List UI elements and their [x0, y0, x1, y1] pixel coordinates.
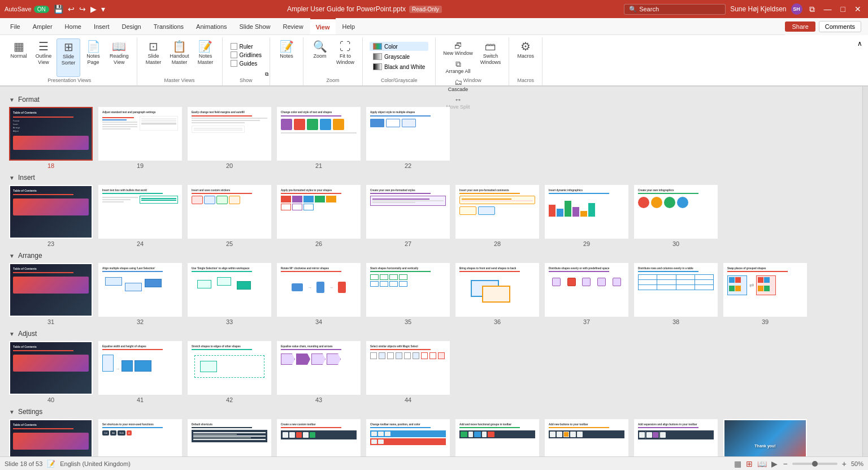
section-adjust-toggle[interactable]: ▼	[9, 331, 15, 337]
slide-thumb-52: Add separators and align buttons in your…	[634, 419, 718, 456]
tab-help[interactable]: Help	[337, 18, 361, 35]
notes-page-button[interactable]: 📄 NotesPage	[81, 38, 105, 77]
close-button[interactable]: ✕	[852, 5, 863, 14]
normal-view-status-icon[interactable]: ▦	[733, 459, 743, 468]
user-avatar[interactable]: SH	[791, 3, 802, 15]
notes-button[interactable]: 📝 Notes	[275, 38, 298, 77]
slide-item-48[interactable]: Create a new custom toolbar 48	[277, 419, 361, 456]
undo-icon[interactable]: ↩	[68, 5, 75, 14]
slide-sorter-status-icon[interactable]: ⊞	[745, 459, 754, 468]
slide-item-30[interactable]: Create your own infographics 30	[634, 185, 718, 247]
tab-file[interactable]: File	[5, 18, 26, 35]
collapse-ribbon-button[interactable]: ∧	[854, 37, 866, 50]
fit-to-window-button[interactable]: ⛶ Fit toWindow	[333, 38, 358, 77]
share-button[interactable]: Share	[785, 21, 815, 32]
color-button[interactable]: Color	[370, 42, 428, 51]
slide-thumb-38: Distribute rows and columns evenly in a …	[634, 263, 718, 317]
arrange-all-button[interactable]: ⧉ Arrange All	[440, 59, 476, 76]
slide-sorter-button[interactable]: ⊞ SlideSorter	[57, 38, 80, 77]
slide-master-button[interactable]: ⊡ SlideMaster	[142, 38, 166, 77]
slide-item-19[interactable]: Adjust standard text and paragraph setti…	[98, 107, 182, 169]
slide-item-51[interactable]: Add new buttons to your toolbar 51	[545, 419, 628, 456]
normal-view-button[interactable]: ▦ Normal	[7, 38, 31, 77]
slideshow-status-icon[interactable]: ▶	[770, 459, 779, 468]
slide-item-29[interactable]: Insert dynamic infographics 29	[545, 185, 628, 247]
autosave-toggle[interactable]: ON	[34, 6, 49, 13]
tab-view[interactable]: View	[310, 18, 336, 35]
grayscale-button[interactable]: Grayscale	[370, 52, 428, 61]
minimize-button[interactable]: —	[822, 5, 834, 14]
tab-transitions[interactable]: Transitions	[148, 18, 189, 35]
guides-checkbox[interactable]: Guides	[231, 60, 262, 67]
slide-item-39[interactable]: Swap places of grouped shapes ⇄	[723, 263, 807, 325]
ruler-checkbox[interactable]: Ruler	[231, 43, 262, 50]
reading-view-button[interactable]: 📖 ReadingView	[106, 38, 132, 77]
scroll-bar[interactable]	[862, 87, 868, 456]
slide-item-52[interactable]: Add separators and align buttons in your…	[634, 419, 718, 456]
slide-item-22[interactable]: Apply object style to multiple shapes 22	[366, 107, 450, 169]
comments-button[interactable]: Comments	[819, 21, 861, 32]
slide-item-18[interactable]: Table of Contents Format Insert Arrange …	[9, 107, 93, 169]
slide-item-49[interactable]: Change toolbar name, position, and color	[366, 419, 450, 456]
maximize-button[interactable]: □	[839, 5, 848, 14]
tab-animations[interactable]: Animations	[190, 18, 232, 35]
slide-item-44[interactable]: Select similar objects with Magic Select	[366, 341, 450, 403]
zoom-button[interactable]: 🔍 Zoom	[308, 38, 332, 77]
slide-item-53[interactable]: Thank you! 53	[723, 419, 807, 456]
tab-design[interactable]: Design	[116, 18, 146, 35]
slide-item-27[interactable]: Create your own pre-formatted styles 27	[366, 185, 450, 247]
slide-item-31[interactable]: Table of Contents 31	[9, 263, 93, 325]
slide-item-23[interactable]: Table of Contents 23	[9, 185, 93, 247]
restore-button[interactable]: ⧉	[807, 5, 817, 14]
zoom-slider[interactable]	[792, 463, 837, 465]
slide-item-40[interactable]: Table of Contents 40	[9, 341, 93, 403]
slide-item-35[interactable]: Stack shapes horizontally and vertically	[366, 263, 450, 325]
slide-item-36[interactable]: Bring shapes to front and send shapes to…	[455, 263, 539, 325]
reading-view-status-icon[interactable]: 📖	[756, 459, 768, 468]
section-format-label: Format	[18, 96, 40, 104]
slide-item-46[interactable]: Set shortcuts to your most-used function…	[98, 419, 182, 456]
zoom-minus-button[interactable]: −	[783, 459, 788, 468]
save-icon[interactable]: 💾	[54, 5, 63, 14]
customize-icon[interactable]: ▾	[101, 5, 105, 14]
slide-item-24[interactable]: Insert text box with bullets that work!	[98, 185, 182, 247]
present-icon[interactable]: ▶	[90, 5, 97, 14]
slide-item-34[interactable]: Rotate 90° clockwise and mirror shapes →…	[277, 263, 361, 325]
section-arrange-toggle[interactable]: ▼	[9, 253, 15, 259]
slide-item-43[interactable]: Equalise value chain, rounding and arrow…	[277, 341, 361, 403]
gridlines-checkbox[interactable]: Gridlines	[231, 51, 262, 58]
slide-item-32[interactable]: Align multiple shapes using 'Last Select…	[98, 263, 182, 325]
slide-item-37[interactable]: Distribute shapes evenly or with predefi…	[545, 263, 628, 325]
tab-slideshow[interactable]: Slide Show	[234, 18, 276, 35]
slide-item-41[interactable]: Equalise width and height of shapes → 41	[98, 341, 182, 403]
handout-master-button[interactable]: 📋 HandoutMaster	[167, 38, 193, 77]
tab-ampler[interactable]: Ampler	[27, 18, 58, 35]
slide-item-47[interactable]: Default shortcuts 47	[188, 419, 271, 456]
slide-item-33[interactable]: Use 'Single Selection' to align within w…	[188, 263, 271, 325]
redo-icon[interactable]: ↪	[79, 5, 86, 14]
section-settings-toggle[interactable]: ▼	[9, 409, 15, 415]
section-insert-toggle[interactable]: ▼	[9, 175, 15, 181]
slide-item-45[interactable]: Table of Contents 45	[9, 419, 93, 456]
black-white-button[interactable]: Black and White	[370, 62, 428, 71]
tab-review[interactable]: Review	[277, 18, 309, 35]
section-format-toggle[interactable]: ▼	[9, 97, 15, 103]
slide-item-21[interactable]: Change color and style of text and shape…	[277, 107, 361, 169]
slide-item-38[interactable]: Distribute rows and columns evenly in a …	[634, 263, 718, 325]
notes-master-button[interactable]: 📝 NotesMaster	[194, 38, 218, 77]
new-window-button[interactable]: 🗗 New Window	[440, 41, 476, 58]
tab-insert[interactable]: Insert	[88, 18, 115, 35]
slide-item-25[interactable]: Insert and save custom stickers 25	[188, 185, 271, 247]
slide-item-20[interactable]: Easily change text field margins and aut…	[188, 107, 271, 169]
slide-item-42[interactable]: Stretch shapes to edges of other shapes …	[188, 341, 271, 403]
switch-windows-button[interactable]: 🗃 SwitchWindows	[477, 38, 505, 77]
search-box[interactable]: 🔍 Search	[624, 4, 726, 15]
outline-view-button[interactable]: ☰ OutlineView	[32, 38, 55, 77]
macros-button[interactable]: ⚙ Macros	[514, 38, 537, 77]
show-expand-icon[interactable]: ⧉	[265, 71, 268, 77]
slide-item-26[interactable]: Apply pre-formatted styles to your shape…	[277, 185, 361, 247]
zoom-plus-button[interactable]: +	[842, 459, 847, 468]
slide-item-28[interactable]: Insert your own pre-formatted comments 2…	[455, 185, 539, 247]
tab-home[interactable]: Home	[59, 18, 87, 35]
slide-item-50[interactable]: Add and move functional groups in toolba…	[455, 419, 539, 456]
